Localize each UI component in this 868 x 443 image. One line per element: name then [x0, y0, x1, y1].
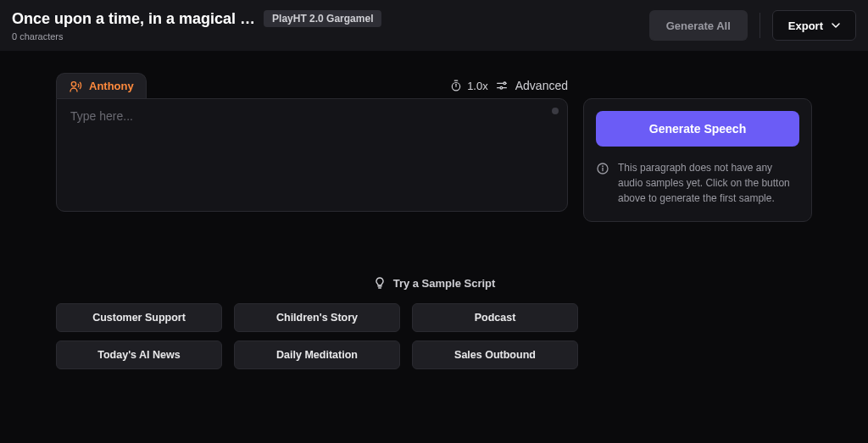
stopwatch-icon: [450, 80, 462, 91]
status-dot-icon: [552, 108, 559, 114]
content-inner: Anthony 1.0x Advanced: [56, 73, 812, 369]
title-row: Once upon a time, in a magical … PlayHT …: [12, 10, 649, 28]
samples-heading: Try a Sample Script: [56, 276, 812, 290]
svg-point-0: [71, 81, 75, 86]
generate-all-button[interactable]: Generate All: [649, 10, 748, 41]
sample-childrens-story[interactable]: Children's Story: [234, 303, 400, 332]
sample-customer-support[interactable]: Customer Support: [56, 303, 222, 332]
info-text: This paragraph does not have any audio s…: [618, 160, 799, 206]
export-button[interactable]: Export: [772, 10, 856, 41]
project-title: Once upon a time, in a magical …: [12, 10, 255, 28]
advanced-toggle[interactable]: Advanced: [495, 79, 568, 92]
advanced-label: Advanced: [515, 79, 568, 92]
lightbulb-icon: [373, 276, 387, 290]
sliders-icon: [495, 79, 509, 92]
info-icon: [596, 162, 609, 175]
editor-panel: [56, 98, 568, 212]
content-area: Anthony 1.0x Advanced: [0, 51, 868, 369]
samples-section: Try a Sample Script Customer Support Chi…: [56, 276, 812, 369]
generate-speech-button[interactable]: Generate Speech: [596, 111, 799, 147]
editor-tab-row: Anthony 1.0x Advanced: [56, 73, 568, 98]
title-block: Once upon a time, in a magical … PlayHT …: [12, 10, 649, 42]
character-count: 0 characters: [12, 31, 649, 42]
header-bar: Once upon a time, in a magical … PlayHT …: [0, 0, 868, 51]
samples-heading-text: Try a Sample Script: [393, 277, 496, 290]
chevron-down-icon: [832, 21, 840, 30]
sample-ai-news[interactable]: Today's AI News: [56, 341, 222, 369]
svg-point-2: [504, 82, 506, 85]
panels-row: Anthony 1.0x Advanced: [56, 73, 812, 222]
sample-daily-meditation[interactable]: Daily Meditation: [234, 341, 400, 369]
voice-tab[interactable]: Anthony: [56, 73, 147, 98]
svg-point-3: [500, 86, 503, 89]
voice-name: Anthony: [89, 80, 134, 92]
header-divider: [760, 13, 760, 38]
export-label: Export: [788, 19, 823, 32]
text-input[interactable]: [57, 99, 567, 211]
sample-podcast[interactable]: Podcast: [412, 303, 578, 332]
samples-grid: Customer Support Children's Story Podcas…: [56, 303, 812, 369]
speed-value: 1.0x: [467, 80, 488, 92]
editor-column: Anthony 1.0x Advanced: [56, 73, 568, 212]
svg-point-5: [603, 166, 604, 167]
generate-panel: Generate Speech This paragraph does not …: [583, 98, 812, 222]
playback-speed[interactable]: 1.0x: [450, 80, 488, 92]
model-badge: PlayHT 2.0 Gargamel: [264, 10, 381, 27]
sample-sales-outbound[interactable]: Sales Outbound: [412, 341, 578, 369]
info-row: This paragraph does not have any audio s…: [596, 160, 799, 206]
speaker-icon: [69, 80, 82, 93]
